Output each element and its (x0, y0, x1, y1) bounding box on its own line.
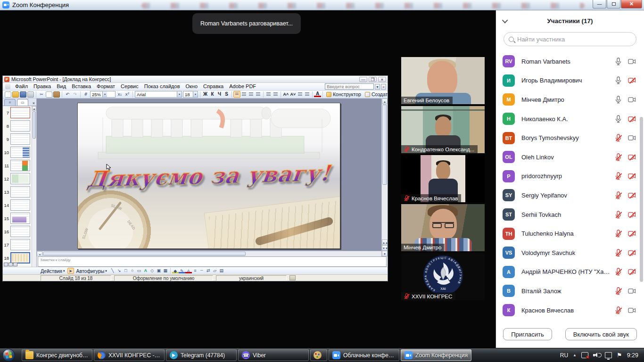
slide-horizontal-scrollbar[interactable]: ◂ (37, 251, 381, 256)
paste-icon[interactable] (53, 91, 60, 98)
restore-button[interactable] (607, 0, 620, 8)
font-color-icon[interactable]: A (314, 91, 321, 97)
pp-minimize-button[interactable]: — (359, 77, 367, 82)
slide-thumbnail[interactable]: 15 (3, 212, 32, 225)
scroll-down-icon[interactable]: ▼ (382, 251, 388, 256)
search-input[interactable] (517, 36, 631, 43)
taskbar-item[interactable]: XXVII КОНГРЕС - Пр... (94, 349, 165, 361)
participant-row[interactable]: Н Николаенко К.А. (496, 109, 644, 129)
select-arrow-icon[interactable]: ➤ (67, 268, 74, 274)
menu-item[interactable]: Вид (54, 83, 69, 90)
taskbar-item[interactable]: Облачные конфере... (329, 349, 399, 361)
collapse-chevron-icon[interactable] (502, 17, 508, 24)
copy-icon[interactable] (46, 91, 52, 98)
new-slide-button[interactable]: Создать слайд (363, 91, 388, 98)
new-icon[interactable] (5, 91, 11, 98)
slide-thumbnail-image[interactable] (10, 186, 30, 197)
slide-thumbnail-image[interactable] (10, 107, 30, 118)
bullet-list-icon[interactable] (272, 91, 279, 98)
question-input[interactable] (325, 83, 374, 90)
shadow-icon[interactable]: ▱ (212, 268, 218, 274)
battery-icon[interactable] (581, 352, 588, 358)
menu-item[interactable]: Файл (12, 83, 31, 90)
subscript-icon[interactable]: x₁ (116, 91, 123, 98)
textbox-icon[interactable]: ▭ (136, 268, 142, 274)
participant-row[interactable]: VS Volodymyr Savchuk (496, 243, 644, 263)
picture-icon[interactable]: ▦ (162, 268, 169, 274)
taskbar-item[interactable]: Viber (238, 349, 309, 361)
save-icon[interactable] (20, 91, 26, 98)
taskbar-item[interactable]: Конгрес двигунобуд... (22, 349, 92, 361)
grid-icon[interactable]: # (83, 91, 89, 98)
taskbar-item[interactable]: Zoom Конференция (401, 349, 471, 361)
decrease-font-icon[interactable]: A˅ (289, 91, 297, 98)
designer-button[interactable]: Конструктор (324, 91, 363, 98)
panel-close-icon[interactable]: × (33, 101, 35, 106)
participant-search[interactable] (504, 32, 636, 46)
fill-color-icon[interactable]: ◆ (172, 268, 179, 273)
line-style-icon[interactable]: ≡ (192, 268, 198, 274)
actions-menu[interactable]: Действия▾ (38, 268, 67, 274)
video-tile[interactable]: Краснов Вячеслав (401, 155, 485, 202)
previous-slide-icon[interactable]: ▲▲ (382, 239, 388, 245)
participant-row[interactable]: ST Serhii Tovkach (496, 205, 644, 224)
minimize-button[interactable]: — (593, 0, 606, 8)
slides-tab[interactable]: ▭ (17, 99, 28, 106)
tray-expand-icon[interactable]: ▲ (573, 353, 577, 357)
threed-icon[interactable]: ▤ (218, 268, 225, 274)
oval-icon[interactable]: ○ (129, 268, 136, 274)
redo-icon[interactable]: ↷ (72, 91, 78, 98)
menu-item[interactable]: Сервис (118, 83, 141, 90)
pp-restore-button[interactable]: ❐ (369, 77, 377, 82)
slide-thumbnail-image[interactable] (10, 199, 30, 211)
next-slide-icon[interactable]: ▼▼ (382, 245, 388, 251)
menu-item[interactable]: Правка (31, 83, 54, 90)
line-color-icon[interactable]: ✎ (179, 268, 185, 273)
speaker-icon[interactable] (593, 352, 600, 358)
participant-row[interactable]: И Игорь Владимирович (496, 71, 644, 90)
slide-thumbnail-image[interactable] (10, 226, 30, 237)
slide-thumbnail[interactable]: 14 (3, 198, 32, 212)
undo-icon[interactable]: ↶ (64, 91, 71, 98)
taskbar-item[interactable]: Telegram (47784) (166, 349, 237, 361)
slide-thumbnail[interactable]: 7 (3, 106, 32, 119)
superscript-icon[interactable]: x² (124, 91, 131, 98)
slide-thumbnail-image[interactable] (10, 120, 30, 132)
format-letter-button[interactable]: Ж (202, 91, 209, 98)
slide-thumbnail-image[interactable] (10, 173, 30, 184)
slide-thumbnail[interactable]: 16 (3, 225, 32, 238)
open-icon[interactable] (12, 91, 19, 98)
pp-close-button[interactable]: × (378, 77, 386, 82)
font-size-select[interactable]: 18▾ (183, 91, 198, 98)
rectangle-icon[interactable]: □ (123, 268, 129, 274)
menu-item[interactable]: Окно (183, 83, 201, 90)
slide-thumbnail-image[interactable] (10, 252, 30, 263)
taskbar-item[interactable] (310, 349, 327, 361)
font-select[interactable]: Arial▾ (135, 91, 182, 98)
participant-row[interactable]: М Мінчев Дмитро (496, 90, 644, 109)
video-tile[interactable]: Мінчев Дмитро (401, 204, 485, 251)
increase-indent-icon[interactable] (304, 91, 311, 98)
align-justify-icon[interactable] (255, 91, 262, 98)
question-dropdown-icon[interactable]: ▾ (375, 84, 380, 90)
diagram-icon[interactable]: ◇ (149, 268, 156, 274)
slide-thumbnail[interactable]: 12 (3, 172, 32, 185)
menu-item[interactable]: Справка (200, 83, 226, 90)
scroll-left-icon[interactable]: ◂ (37, 251, 42, 256)
participant-row[interactable]: A Андрій МАРЧЕНКО (НТУ "Хар... (496, 263, 644, 282)
video-tile[interactable]: Кондратенко Олександ... (401, 106, 485, 153)
view-buttons[interactable] (4, 263, 17, 266)
clock[interactable]: 9:29 (627, 352, 638, 359)
menu-item[interactable]: Вставка (69, 83, 94, 90)
slide-thumbnail[interactable]: 17 (3, 238, 32, 251)
menu-item[interactable]: Формат (94, 83, 118, 90)
participant-row[interactable]: К Краснов Вячеслав (496, 301, 644, 320)
participant-row[interactable]: OL Oleh Linkov (496, 148, 644, 167)
increase-font-icon[interactable]: A˄ (282, 91, 289, 98)
slide-thumbnail-image[interactable] (10, 133, 30, 145)
align-center-icon[interactable] (240, 91, 248, 98)
unmute-button[interactable]: Включить свой звук (565, 328, 637, 340)
slide-thumbnail[interactable]: 8 (3, 119, 32, 132)
menu-item[interactable]: Adobe PDF (226, 83, 259, 90)
align-left-icon[interactable] (233, 91, 240, 98)
